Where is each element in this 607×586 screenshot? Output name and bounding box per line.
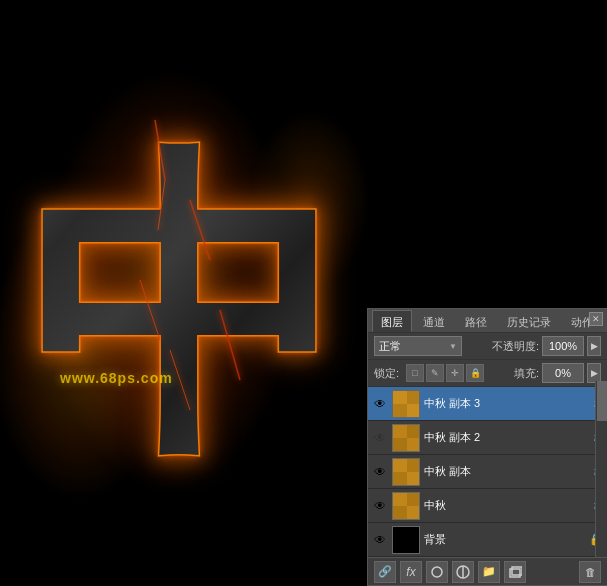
delete-layer-btn[interactable]: 🗑 xyxy=(579,561,601,583)
layer-thumb-2 xyxy=(392,458,420,486)
layer-item-4[interactable]: 👁 背景 🔒 xyxy=(368,523,607,557)
layer-visibility-2[interactable]: 👁 xyxy=(372,464,388,480)
new-group-btn[interactable]: 📁 xyxy=(478,561,500,583)
new-layer-btn[interactable] xyxy=(504,561,526,583)
layer-name-2: 中秋 副本 xyxy=(424,464,590,479)
svg-rect-23 xyxy=(393,458,419,486)
layer-visibility-3[interactable]: 👁 xyxy=(372,498,388,514)
fill-arrow-btn[interactable]: ▶ xyxy=(587,363,601,383)
watermark: www.68ps.com xyxy=(60,370,173,386)
layer-visibility-0[interactable]: 👁 xyxy=(372,396,388,412)
opacity-arrow-btn[interactable]: ▶ xyxy=(587,336,601,356)
svg-rect-13 xyxy=(393,390,419,418)
fill-label: 填充: xyxy=(514,366,539,381)
tab-layers[interactable]: 图层 xyxy=(372,310,412,332)
svg-rect-18 xyxy=(393,424,419,452)
add-style-btn[interactable]: fx xyxy=(400,561,422,583)
link-layers-btn[interactable]: 🔗 xyxy=(374,561,396,583)
layer-item-2[interactable]: 👁 中秋 副本 fx xyxy=(368,455,607,489)
tab-channels[interactable]: 通道 xyxy=(414,310,454,332)
opacity-group: 不透明度: 100% ▶ xyxy=(492,336,601,356)
svg-rect-28 xyxy=(393,492,419,520)
layer-thumb-0 xyxy=(392,390,420,418)
blend-mode-row: 正常 ▼ 不透明度: 100% ▶ xyxy=(368,333,607,360)
layer-item-3[interactable]: 👁 中秋 fx xyxy=(368,489,607,523)
svg-text:中: 中 xyxy=(25,135,345,489)
blend-mode-select[interactable]: 正常 ▼ xyxy=(374,336,462,356)
bottom-toolbar: 🔗 fx 📁 🗑 xyxy=(368,557,607,585)
lock-label: 锁定: xyxy=(374,366,402,381)
lock-move-btn[interactable]: ✛ xyxy=(446,364,464,382)
layer-thumb-1 xyxy=(392,424,420,452)
layer-thumb-4 xyxy=(392,526,420,554)
layers-panel: 图层 通道 路径 历史记录 动作 ✕ 正常 ▼ 不透明度: 100% ▶ 锁定:… xyxy=(367,308,607,586)
layer-name-1: 中秋 副本 2 xyxy=(424,430,590,445)
lock-transparent-btn[interactable]: □ xyxy=(406,364,424,382)
layer-name-0: 中秋 副本 3 xyxy=(424,396,590,411)
fill-value[interactable]: 0% xyxy=(542,363,584,383)
lock-all-btn[interactable]: 🔒 xyxy=(466,364,484,382)
layer-name-3: 中秋 xyxy=(424,498,590,513)
opacity-value[interactable]: 100% xyxy=(542,336,584,356)
layer-visibility-4[interactable]: 👁 xyxy=(372,532,388,548)
opacity-label: 不透明度: xyxy=(492,339,539,354)
fill-group: 填充: 0% ▶ xyxy=(514,363,601,383)
new-adjustment-btn[interactable] xyxy=(452,561,474,583)
layer-thumb-3 xyxy=(392,492,420,520)
tab-history[interactable]: 历史记录 xyxy=(498,310,560,332)
layer-item-1[interactable]: 👁 中秋 副本 2 fx xyxy=(368,421,607,455)
layer-item-0[interactable]: 👁 中秋 副本 3 fx xyxy=(368,387,607,421)
add-mask-btn[interactable] xyxy=(426,561,448,583)
panel-close-button[interactable]: ✕ xyxy=(589,312,603,326)
layer-name-4: 背景 xyxy=(424,532,585,547)
fire-art-svg: 中 中 中 xyxy=(0,0,370,586)
svg-point-29 xyxy=(432,567,442,577)
layers-list: 👁 中秋 副本 3 fx 👁 xyxy=(368,387,607,561)
panel-tabs: 图层 通道 路径 历史记录 动作 ✕ xyxy=(368,309,607,333)
lock-paint-btn[interactable]: ✎ xyxy=(426,364,444,382)
scroll-thumb[interactable] xyxy=(597,381,607,421)
blend-mode-value: 正常 xyxy=(379,339,401,354)
lock-row: 锁定: □ ✎ ✛ 🔒 填充: 0% ▶ xyxy=(368,360,607,387)
blend-mode-arrow: ▼ xyxy=(449,342,457,351)
scroll-track[interactable] xyxy=(595,381,607,557)
lock-icons: □ ✎ ✛ 🔒 xyxy=(406,364,484,382)
layer-visibility-1[interactable]: 👁 xyxy=(372,430,388,446)
tab-paths[interactable]: 路径 xyxy=(456,310,496,332)
